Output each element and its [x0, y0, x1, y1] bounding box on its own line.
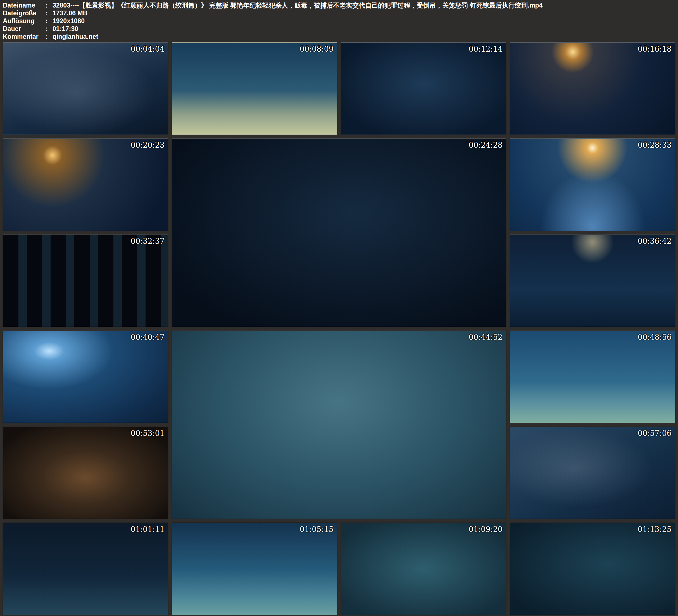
file-info-value: 01:17:30 [52, 25, 78, 33]
file-info-separator: : [45, 1, 52, 9]
file-info-row: Kommentar:qinglanhua.net [3, 33, 675, 40]
video-thumbnail: 00:28:33 [510, 139, 675, 231]
thumbnail-timestamp: 01:05:15 [300, 525, 334, 534]
file-info-label: Auflösung [3, 17, 45, 25]
video-thumbnail: 00:24:28 [172, 139, 506, 327]
file-info-value: 1737.06 MB [52, 9, 87, 17]
file-info-row: Dateiname:32803----【胜景影视】《红颜丽人不归路（绞刑篇）》 … [3, 1, 675, 9]
video-thumbnail: 00:20:23 [3, 139, 168, 231]
thumbnail-timestamp: 00:08:09 [300, 45, 334, 53]
thumbnail-timestamp: 00:28:33 [638, 141, 672, 149]
video-thumbnail: 00:36:42 [510, 235, 675, 327]
thumbnail-timestamp: 00:36:42 [638, 237, 672, 245]
file-info-separator: : [45, 25, 52, 33]
file-info-separator: : [45, 17, 52, 25]
video-thumbnail: 01:13:25 [510, 523, 675, 615]
file-info-label: Kommentar [3, 33, 45, 40]
file-info-value: 1920x1080 [52, 17, 85, 25]
thumbnail-timestamp: 00:53:01 [131, 429, 164, 437]
thumbnail-grid: 00:04:0400:08:0900:12:1400:16:1800:20:23… [0, 42, 678, 616]
video-thumbnail: 00:32:37 [3, 235, 168, 327]
video-thumbnail: 00:40:47 [3, 331, 168, 423]
thumbnail-timestamp: 00:32:37 [131, 237, 164, 245]
file-info-header: Dateiname:32803----【胜景影视】《红颜丽人不归路（绞刑篇）》 … [0, 0, 678, 42]
video-thumbnail: 00:12:14 [341, 42, 506, 135]
thumbnail-timestamp: 01:09:20 [469, 525, 502, 534]
video-thumbnail: 00:04:04 [3, 42, 168, 135]
thumbnail-timestamp: 00:44:52 [469, 333, 502, 342]
thumbnail-timestamp: 00:48:56 [638, 333, 672, 342]
video-thumbnail: 00:44:52 [172, 331, 506, 519]
video-thumbnail: 01:09:20 [341, 523, 506, 615]
file-info-label: Dauer [3, 25, 45, 33]
file-info-label: Dateiname [3, 1, 45, 9]
thumbnail-timestamp: 00:12:14 [469, 45, 502, 53]
file-info-label: Dateigröße [3, 9, 45, 17]
video-thumbnail: 00:57:06 [510, 427, 675, 519]
video-thumbnail: 00:48:56 [510, 331, 675, 423]
video-thumbnail: 01:05:15 [172, 523, 337, 615]
video-thumbnail: 00:53:01 [3, 427, 168, 519]
video-thumbnail: 00:08:09 [172, 42, 337, 135]
file-info-separator: : [45, 9, 52, 17]
file-info-row: Dauer:01:17:30 [3, 25, 675, 33]
thumbnail-timestamp: 01:13:25 [638, 525, 672, 534]
file-info-value: qinglanhua.net [52, 33, 98, 40]
thumbnail-timestamp: 00:04:04 [131, 45, 164, 53]
thumbnail-timestamp: 00:24:28 [469, 141, 502, 149]
file-info-row: Auflösung:1920x1080 [3, 17, 675, 25]
video-contact-sheet: Dateiname:32803----【胜景影视】《红颜丽人不归路（绞刑篇）》 … [0, 0, 678, 616]
thumbnail-timestamp: 00:16:18 [638, 45, 672, 53]
thumbnail-timestamp: 01:01:11 [131, 525, 164, 534]
video-thumbnail: 00:16:18 [510, 42, 675, 135]
video-thumbnail: 01:01:11 [3, 523, 168, 615]
file-info-row: Dateigröße:1737.06 MB [3, 9, 675, 17]
file-info-value: 32803----【胜景影视】《红颜丽人不归路（绞刑篇）》 完整版 郭艳年纪轻轻… [52, 1, 542, 9]
thumbnail-timestamp: 00:57:06 [638, 429, 672, 437]
thumbnail-timestamp: 00:40:47 [131, 333, 164, 342]
file-info-separator: : [45, 33, 52, 40]
thumbnail-timestamp: 00:20:23 [131, 141, 164, 149]
